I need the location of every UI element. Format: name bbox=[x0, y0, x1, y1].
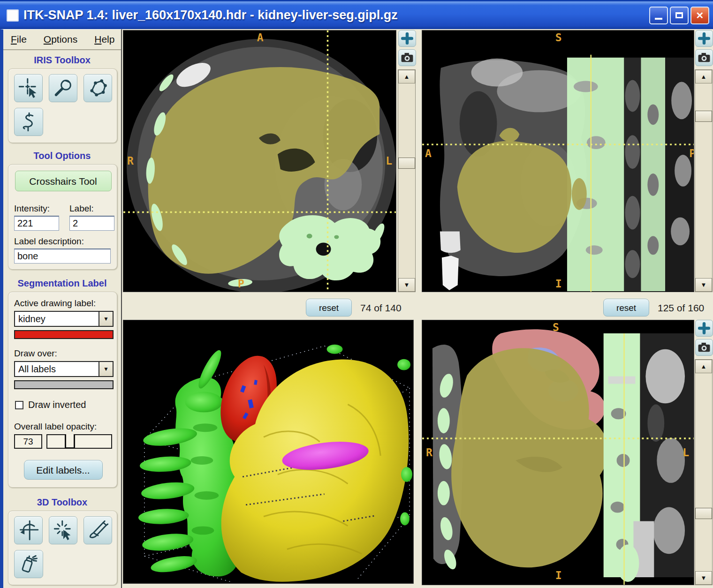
opacity-slider[interactable] bbox=[46, 434, 112, 449]
active-drawing-label-caption: Active drawing label: bbox=[14, 298, 112, 309]
edit-labels-button[interactable]: Edit labels... bbox=[24, 460, 103, 480]
render-3d-image bbox=[123, 320, 413, 583]
sagittal-scroll-thumb[interactable] bbox=[695, 111, 712, 122]
axial-slice-indicator: 74 of 140 bbox=[360, 302, 402, 314]
axial-scroll-thumb[interactable] bbox=[398, 158, 415, 169]
minimize-icon bbox=[655, 18, 662, 20]
active-drawing-label-dropdown[interactable]: kidney ▼ bbox=[14, 311, 114, 327]
coronal-scroll-thumb[interactable] bbox=[695, 508, 712, 519]
plus-icon bbox=[698, 322, 710, 334]
coronal-viewport[interactable]: S R L I bbox=[422, 320, 694, 585]
label-field[interactable] bbox=[69, 216, 114, 231]
segmentation-label-heading: Segmentation Label bbox=[3, 278, 121, 289]
axial-scroll-up-button[interactable]: ▲ bbox=[398, 70, 415, 83]
opacity-value[interactable]: 73 bbox=[14, 434, 42, 449]
sagittal-reset-view-button[interactable]: reset view bbox=[603, 299, 649, 317]
trackball-rotate-tool-button[interactable] bbox=[14, 516, 43, 544]
coronal-scroll-up-button[interactable]: ▲ bbox=[695, 360, 712, 373]
active-label-color-bar bbox=[14, 330, 114, 339]
sagittal-scroll-track[interactable] bbox=[695, 83, 712, 278]
zoom-tool-button[interactable] bbox=[49, 74, 77, 102]
rotate-icon bbox=[18, 520, 39, 541]
polygon-tool-button[interactable] bbox=[83, 74, 112, 102]
draw-over-dropdown[interactable]: All labels ▼ bbox=[14, 361, 114, 377]
crosshair-icon bbox=[53, 520, 74, 541]
coronal-scroll-down-button[interactable]: ▼ bbox=[695, 571, 712, 585]
window-title: ITK-SNAP 1.4: liver_160x170x140.hdr - ki… bbox=[23, 8, 398, 23]
draw-inverted-row[interactable]: Draw inverted bbox=[15, 400, 112, 410]
label-description-field[interactable] bbox=[14, 249, 111, 264]
coronal-zoom-in-button[interactable] bbox=[695, 320, 713, 337]
sagittal-zoom-in-button[interactable] bbox=[695, 30, 713, 47]
close-icon: ✕ bbox=[696, 10, 704, 21]
plus-icon bbox=[698, 32, 710, 45]
coronal-slice-scrollbar: ▲ ▼ bbox=[695, 359, 713, 585]
active-drawing-label-value: kidney bbox=[15, 314, 99, 324]
sagittal-scroll-up-button[interactable]: ▲ bbox=[695, 70, 712, 83]
axial-screenshot-button[interactable] bbox=[398, 49, 416, 66]
minimize-button[interactable] bbox=[649, 7, 668, 24]
axial-viewport[interactable]: A R L P bbox=[123, 30, 396, 292]
maximize-icon bbox=[675, 12, 683, 18]
axial-ct-image bbox=[123, 30, 396, 292]
intensity-label: Intensity: bbox=[14, 204, 59, 214]
coronal-control-strip: ▲ ▼ bbox=[695, 320, 713, 585]
snake-icon bbox=[18, 112, 39, 132]
scalpel-icon bbox=[88, 520, 108, 541]
crosshair-3d-tool-button[interactable] bbox=[49, 516, 77, 544]
intensity-field[interactable] bbox=[14, 216, 59, 231]
draw-over-caption: Draw over: bbox=[14, 348, 112, 359]
sagittal-ct-image bbox=[422, 30, 694, 292]
dropdown-arrow-icon: ▼ bbox=[99, 312, 113, 326]
axial-scroll-down-button[interactable]: ▼ bbox=[398, 278, 415, 292]
maximize-button[interactable] bbox=[670, 7, 689, 24]
tool-options-heading: Tool Options bbox=[3, 151, 121, 161]
label-label: Label: bbox=[69, 204, 114, 214]
iris-toolbox-heading: IRIS Toolbox bbox=[3, 55, 121, 66]
camera-icon bbox=[698, 342, 711, 353]
sagittal-slice-indicator: 125 of 160 bbox=[658, 302, 704, 314]
sagittal-screenshot-button[interactable] bbox=[695, 49, 713, 66]
3d-toolbox-heading: 3D Toolbox bbox=[3, 497, 121, 508]
menu-bar: File Options Help bbox=[3, 30, 121, 50]
menu-file[interactable]: File bbox=[11, 34, 27, 45]
segmentation-label-group: Active drawing label: kidney ▼ Draw over… bbox=[8, 292, 117, 488]
crosshair-icon bbox=[18, 78, 39, 98]
spraycan-icon bbox=[18, 554, 39, 574]
coronal-ct-image bbox=[422, 320, 694, 585]
axial-slice-scrollbar: ▲ ▼ bbox=[398, 69, 416, 292]
scalpel-tool-button[interactable] bbox=[83, 516, 112, 544]
draw-over-value: All labels bbox=[15, 364, 99, 375]
render-3d-viewport[interactable] bbox=[123, 320, 414, 584]
itk-snap-window: ITK-SNAP 1.4: liver_160x170x140.hdr - ki… bbox=[0, 0, 713, 588]
draw-inverted-checkbox[interactable] bbox=[15, 401, 23, 409]
axial-reset-view-button[interactable]: reset view bbox=[306, 299, 352, 317]
opacity-caption: Overall label opacity: bbox=[14, 422, 112, 432]
draw-inverted-label: Draw inverted bbox=[28, 400, 86, 410]
tool-options-group: Crosshairs Tool Intensity: Label: Label … bbox=[8, 164, 117, 270]
plus-icon bbox=[401, 32, 413, 45]
coronal-screenshot-button[interactable] bbox=[695, 339, 713, 356]
draw-over-color-bar bbox=[14, 380, 114, 389]
sagittal-viewport[interactable]: S A P I bbox=[422, 30, 694, 292]
iris-toolbox-group bbox=[8, 68, 117, 143]
axial-zoom-in-button[interactable] bbox=[398, 30, 416, 47]
label-description-label: Label description: bbox=[14, 236, 112, 247]
sagittal-scroll-down-button[interactable]: ▼ bbox=[695, 278, 712, 292]
camera-icon bbox=[401, 52, 414, 63]
app-icon bbox=[7, 9, 19, 22]
sagittal-slice-scrollbar: ▲ ▼ bbox=[695, 69, 713, 292]
3d-toolbox-group bbox=[8, 511, 117, 585]
close-button[interactable]: ✕ bbox=[690, 7, 709, 24]
snake-tool-button[interactable] bbox=[14, 108, 43, 136]
coronal-scroll-track[interactable] bbox=[695, 373, 712, 571]
menu-options[interactable]: Options bbox=[44, 34, 77, 45]
opacity-slider-handle[interactable] bbox=[65, 434, 75, 449]
menu-help[interactable]: Help bbox=[94, 34, 114, 45]
active-tool-button[interactable]: Crosshairs Tool bbox=[15, 171, 112, 191]
polygon-icon bbox=[88, 78, 108, 98]
spraypaint-tool-button[interactable] bbox=[14, 550, 43, 578]
camera-icon bbox=[698, 52, 711, 63]
crosshair-tool-button[interactable] bbox=[14, 74, 43, 102]
axial-scroll-track[interactable] bbox=[398, 83, 415, 278]
